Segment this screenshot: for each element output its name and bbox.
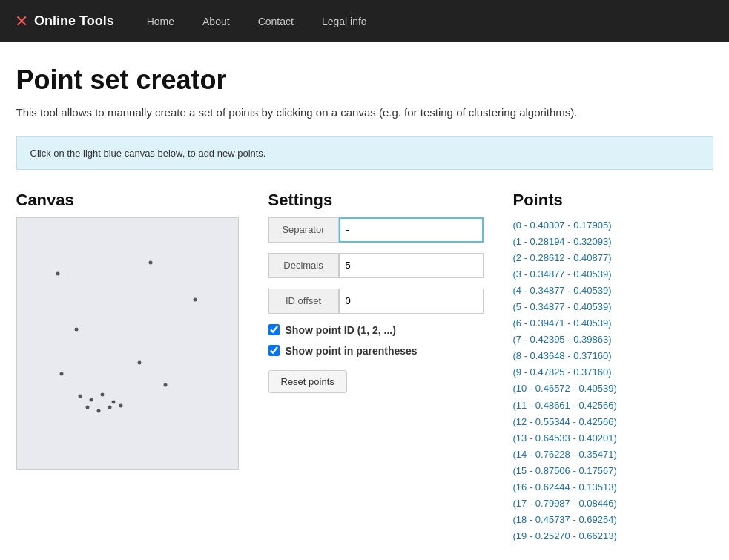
canvas-area[interactable] <box>16 217 239 470</box>
canvas-dot <box>100 392 104 396</box>
nav-legal[interactable]: Legal info <box>319 16 370 27</box>
point-item: (12 - 0.55344 - 0.42566) <box>513 414 713 430</box>
point-item: (18 - 0.45737 - 0.69254) <box>513 512 713 528</box>
settings-title: Settings <box>268 191 484 210</box>
point-item: (7 - 0.42395 - 0.39863) <box>513 332 713 348</box>
settings-column: Settings Separator Decimals ID offset Sh… <box>268 191 484 393</box>
canvas-dot <box>78 394 82 398</box>
nav-contact[interactable]: Contact <box>255 16 297 27</box>
show-parens-label: Show point in parentheses <box>286 345 418 357</box>
point-item: (16 - 0.62444 - 0.13513) <box>513 479 713 495</box>
brand-icon: ✕ <box>15 12 28 31</box>
id-offset-label: ID offset <box>268 289 339 314</box>
point-item: (9 - 0.47825 - 0.37160) <box>513 364 713 381</box>
point-item: (10 - 0.46572 - 0.40539) <box>513 381 713 397</box>
point-item: (0 - 0.40307 - 0.17905) <box>513 217 713 234</box>
decimals-row: Decimals <box>268 253 484 278</box>
separator-label: Separator <box>268 217 339 243</box>
point-item: (2 - 0.28612 - 0.40877) <box>513 250 713 266</box>
point-item: (14 - 0.76228 - 0.35471) <box>513 447 713 463</box>
show-id-row: Show point ID (1, 2, ...) <box>268 324 484 336</box>
points-title: Points <box>513 191 713 210</box>
canvas-dot <box>96 409 100 412</box>
canvas-dot <box>111 400 115 403</box>
page-description: This tool allows to manually create a se… <box>16 105 713 122</box>
nav-about[interactable]: About <box>199 16 233 27</box>
canvas-dot <box>56 271 59 275</box>
point-item: (3 - 0.34877 - 0.40539) <box>513 266 713 283</box>
points-column: Points (0 - 0.40307 - 0.17905)(1 - 0.281… <box>513 191 713 545</box>
point-item: (4 - 0.34877 - 0.40539) <box>513 283 713 299</box>
points-list: (0 - 0.40307 - 0.17905)(1 - 0.28194 - 0.… <box>513 217 713 545</box>
canvas-dot <box>74 327 78 331</box>
reset-button[interactable]: Reset points <box>268 370 347 393</box>
canvas-dot <box>137 360 141 364</box>
show-parens-row: Show point in parentheses <box>268 345 484 357</box>
brand-text: Online Tools <box>34 13 114 29</box>
decimals-input[interactable] <box>339 253 484 278</box>
page-title: Point set creator <box>16 65 713 96</box>
nav-links: Home About Contact Legal info <box>144 16 370 27</box>
decimals-label: Decimals <box>268 253 339 278</box>
point-item: (17 - 0.79987 - 0.08446) <box>513 495 713 512</box>
canvas-dot <box>193 297 197 301</box>
canvas-dot <box>89 398 93 401</box>
main-content: Point set creator This tool allows to ma… <box>1 42 728 559</box>
show-id-checkbox[interactable] <box>268 324 280 335</box>
brand[interactable]: ✕ Online Tools <box>15 12 114 31</box>
point-item: (15 - 0.87506 - 0.17567) <box>513 463 713 479</box>
separator-input[interactable] <box>339 217 484 243</box>
point-item: (5 - 0.34877 - 0.40539) <box>513 299 713 315</box>
canvas-dot <box>59 372 63 375</box>
id-offset-row: ID offset <box>268 289 484 314</box>
separator-row: Separator <box>268 217 484 243</box>
show-parens-checkbox[interactable] <box>268 345 280 356</box>
navbar: ✕ Online Tools Home About Contact Legal … <box>0 0 729 42</box>
point-item: (11 - 0.48661 - 0.42566) <box>513 398 713 414</box>
info-box: Click on the light blue canvas below, to… <box>16 136 713 170</box>
canvas-dot <box>119 403 122 407</box>
point-item: (13 - 0.64533 - 0.40201) <box>513 430 713 447</box>
id-offset-input[interactable] <box>339 289 484 314</box>
point-item: (6 - 0.39471 - 0.40539) <box>513 315 713 332</box>
info-text: Click on the light blue canvas below, to… <box>30 148 266 159</box>
canvas-title: Canvas <box>16 191 239 210</box>
nav-home[interactable]: Home <box>144 16 177 27</box>
columns: Canvas Settings Separator Decimals ID of… <box>16 191 713 545</box>
canvas-dot <box>85 405 89 409</box>
canvas-dot <box>163 383 167 386</box>
show-id-label: Show point ID (1, 2, ...) <box>286 324 396 336</box>
canvas-column: Canvas <box>16 191 239 470</box>
canvas-dot <box>148 260 152 264</box>
point-item: (19 - 0.25270 - 0.66213) <box>513 528 713 544</box>
point-item: (1 - 0.28194 - 0.32093) <box>513 234 713 250</box>
point-item: (8 - 0.43648 - 0.37160) <box>513 348 713 364</box>
canvas-dot <box>108 405 111 409</box>
